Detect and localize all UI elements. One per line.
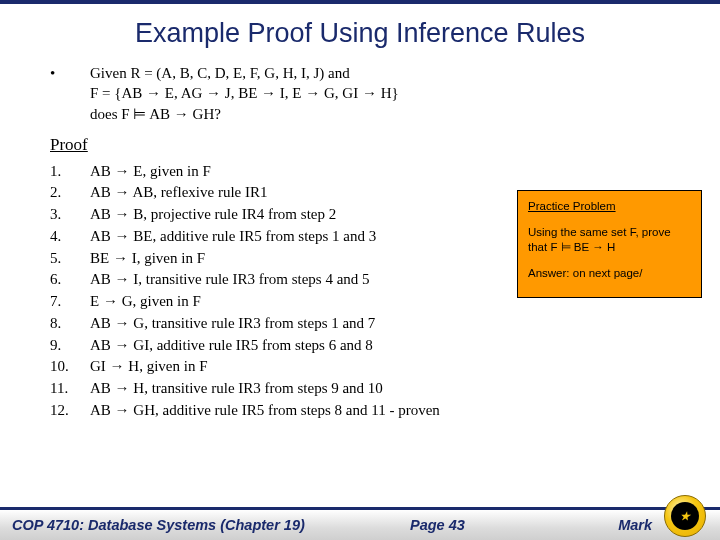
- practice-box: Practice Problem Using the same set F, p…: [517, 190, 702, 298]
- step-row: 12.AB → GH, additive rule IR5 from steps…: [50, 400, 670, 422]
- footer-course: COP 4710: Database Systems (Chapter 19): [12, 517, 305, 533]
- step-num: 8.: [50, 313, 90, 335]
- practice-answer: Answer: on next page/: [528, 266, 691, 282]
- step-body: AB → GH, additive rule IR5 from steps 8 …: [90, 400, 670, 422]
- step-row: 11.AB → H, transitive rule IR3 from step…: [50, 378, 670, 400]
- step-body: AB → GI, additive rule IR5 from steps 6 …: [90, 335, 670, 357]
- step-row: 1.AB → E, given in F: [50, 161, 670, 183]
- proof-header: Proof: [50, 134, 670, 157]
- footer: COP 4710: Database Systems (Chapter 19) …: [0, 507, 720, 540]
- step-row: 8.AB → G, transitive rule IR3 from steps…: [50, 313, 670, 335]
- step-body: AB → E, given in F: [90, 161, 670, 183]
- step-body: AB → H, transitive rule IR3 from steps 9…: [90, 378, 670, 400]
- given-line-2: F = {AB → E, AG → J, BE → I, E → G, GI →…: [90, 83, 670, 103]
- step-num: 5.: [50, 248, 90, 270]
- given-line-3: does F ⊨ AB → GH?: [90, 104, 670, 124]
- step-num: 11.: [50, 378, 90, 400]
- footer-page: Page 43: [410, 517, 465, 533]
- step-num: 9.: [50, 335, 90, 357]
- step-num: 2.: [50, 182, 90, 204]
- step-num: 10.: [50, 356, 90, 378]
- step-num: 6.: [50, 269, 90, 291]
- step-num: 12.: [50, 400, 90, 422]
- step-num: 1.: [50, 161, 90, 183]
- given-block: • Given R = (A, B, C, D, E, F, G, H, I, …: [50, 63, 670, 124]
- step-row: 9.AB → GI, additive rule IR5 from steps …: [50, 335, 670, 357]
- bullet: •: [50, 63, 90, 124]
- practice-title: Practice Problem: [528, 199, 691, 215]
- step-row: 10.GI → H, given in F: [50, 356, 670, 378]
- step-num: 4.: [50, 226, 90, 248]
- step-body: AB → G, transitive rule IR3 from steps 1…: [90, 313, 670, 335]
- given-line-1: Given R = (A, B, C, D, E, F, G, H, I, J)…: [90, 63, 670, 83]
- logo-icon: ★: [664, 495, 706, 537]
- footer-bar: COP 4710: Database Systems (Chapter 19) …: [0, 510, 720, 540]
- step-num: 3.: [50, 204, 90, 226]
- given-text: Given R = (A, B, C, D, E, F, G, H, I, J)…: [90, 63, 670, 124]
- footer-author: Mark: [618, 517, 652, 533]
- step-num: 7.: [50, 291, 90, 313]
- step-body: GI → H, given in F: [90, 356, 670, 378]
- slide-title: Example Proof Using Inference Rules: [0, 4, 720, 57]
- practice-body: Using the same set F, prove that F ⊨ BE …: [528, 225, 691, 256]
